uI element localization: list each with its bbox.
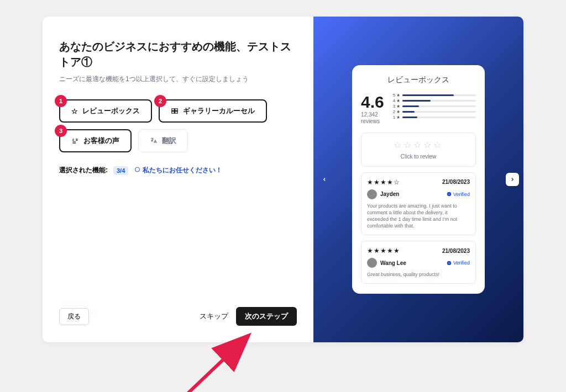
carousel-next-button[interactable]: [506, 173, 519, 186]
bar-label: 3 ★: [393, 104, 401, 109]
svg-rect-2: [172, 112, 175, 114]
rating-bars: 5 ★ 4 ★ 3 ★ 2 ★ 1 ★: [393, 93, 476, 120]
badge-number: 2: [154, 95, 166, 107]
review-stars-icon: ★★★★☆: [367, 178, 400, 186]
page-subtitle: ニーズに最適な機能を1つ以上選択して、すぐに設定しましょう: [59, 74, 297, 84]
star-icon: ☆: [71, 107, 78, 115]
svg-rect-0: [172, 109, 175, 111]
badge-number: 1: [55, 95, 67, 107]
option-gallery-carousel[interactable]: 2 ギャラリーカルーセル: [159, 99, 267, 123]
review-author: Jayden: [380, 191, 399, 197]
selected-summary: 選択された機能: 3/4 私たちにお任せください！: [59, 166, 297, 175]
verified-text: Verified: [453, 260, 470, 266]
option-label: 翻訳: [162, 136, 176, 146]
verified-badge: Verified: [447, 260, 470, 266]
option-testimonials[interactable]: 3 お客様の声: [59, 129, 132, 152]
score-block: 4.6 12,342 reviews: [361, 93, 384, 125]
option-label: レビューボックス: [82, 106, 140, 116]
click-to-review[interactable]: ☆☆☆☆☆ Click to review: [361, 133, 476, 167]
footer: 戻る スキップ 次のステップ: [59, 307, 297, 326]
score-label: reviews: [361, 118, 384, 125]
verified-badge: Verified: [447, 192, 470, 197]
review-date: 21/08/2023: [442, 248, 470, 254]
bar-label: 5 ★: [393, 93, 401, 98]
svg-rect-3: [175, 112, 178, 114]
gallery-icon: [171, 107, 179, 115]
stars-outline-icon: ☆☆☆☆☆: [366, 140, 471, 150]
footer-right: スキップ 次のステップ: [200, 307, 297, 326]
bar-label: 1 ★: [393, 115, 401, 120]
help-link-text: 私たちにお任せください！: [143, 166, 222, 175]
selected-count: 3/4: [113, 166, 128, 175]
option-review-box[interactable]: 1 ☆ レビューボックス: [59, 99, 152, 123]
option-label: お客様の声: [83, 136, 119, 146]
preview-title: レビューボックス: [361, 75, 476, 85]
review-card: ★★★★★ 21/08/2023 Wang Lee Verified Great…: [361, 241, 476, 284]
bar-label: 4 ★: [393, 98, 401, 103]
avatar: [367, 258, 377, 268]
quote-icon: [71, 137, 79, 145]
review-author: Wang Lee: [380, 260, 406, 266]
left-panel: あなたのビジネスにおすすめの機能、テストストア① ニーズに最適な機能を1つ以上選…: [43, 17, 313, 342]
verified-text: Verified: [453, 192, 470, 197]
help-link[interactable]: 私たちにお任せください！: [134, 166, 222, 175]
bar-label: 2 ★: [393, 109, 401, 114]
review-body: Your products are amazing. I just want t…: [367, 203, 470, 230]
option-translate[interactable]: 翻訳: [138, 129, 188, 152]
review-stars-icon: ★★★★★: [367, 247, 400, 255]
preview-panel: レビューボックス 4.6 12,342 reviews 5 ★ 4 ★ 3 ★ …: [313, 17, 523, 342]
option-label: ギャラリーカルーセル: [183, 106, 255, 116]
avatar: [367, 189, 377, 199]
setup-card: あなたのビジネスにおすすめの機能、テストストア① ニーズに最適な機能を1つ以上選…: [43, 17, 523, 342]
preview-mock: レビューボックス 4.6 12,342 reviews 5 ★ 4 ★ 3 ★ …: [352, 65, 485, 294]
score-row: 4.6 12,342 reviews 5 ★ 4 ★ 3 ★ 2 ★ 1 ★: [361, 93, 476, 125]
svg-rect-1: [175, 109, 178, 111]
svg-line-7: [186, 340, 244, 392]
score-value: 4.6: [361, 93, 384, 112]
click-to-review-text: Click to review: [366, 153, 471, 160]
skip-button[interactable]: スキップ: [200, 311, 228, 321]
score-count: 12,342: [361, 112, 384, 118]
back-button[interactable]: 戻る: [59, 308, 89, 325]
feature-options: 1 ☆ レビューボックス 2 ギャラリーカルーセル 3 お客様の声: [59, 99, 297, 152]
selected-label: 選択された機能:: [59, 166, 108, 175]
chat-icon: [134, 166, 140, 174]
page-title: あなたのビジネスにおすすめの機能、テストストア①: [59, 39, 297, 70]
translate-icon: [150, 137, 158, 145]
review-date: 21/08/2023: [442, 179, 470, 185]
carousel-prev-button[interactable]: [318, 173, 331, 186]
next-step-button[interactable]: 次のステップ: [236, 307, 297, 326]
review-body: Great business, quality products!: [367, 271, 470, 278]
review-card: ★★★★☆ 21/08/2023 Jayden Verified Your pr…: [361, 172, 476, 236]
badge-number: 3: [55, 125, 67, 137]
